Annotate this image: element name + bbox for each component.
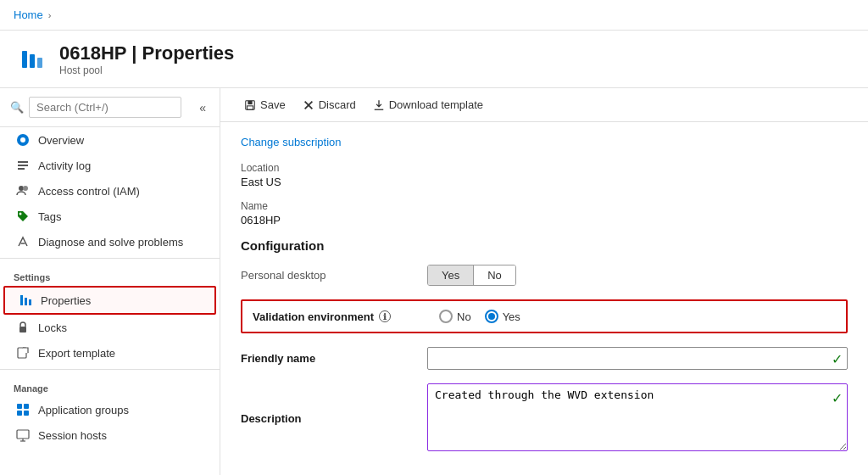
breadcrumb-home[interactable]: Home bbox=[14, 8, 43, 21]
change-subscription-link[interactable]: Change subscription bbox=[241, 136, 848, 148]
location-label: Location bbox=[241, 162, 848, 174]
sidebar-item-tags-label: Tags bbox=[38, 210, 61, 223]
svg-point-9 bbox=[23, 186, 28, 191]
personal-desktop-yes-btn[interactable]: Yes bbox=[428, 265, 473, 285]
svg-rect-20 bbox=[24, 404, 29, 409]
validation-no-radio[interactable] bbox=[439, 310, 453, 323]
validation-yes-option[interactable]: Yes bbox=[485, 310, 520, 323]
tags-icon bbox=[16, 210, 30, 223]
friendly-name-row: Friendly name ✓ bbox=[241, 347, 848, 370]
save-icon bbox=[244, 99, 256, 111]
properties-icon bbox=[19, 293, 32, 307]
download-template-label: Download template bbox=[389, 98, 483, 111]
toolbar: Save Discard Download template bbox=[220, 88, 868, 122]
sidebar-item-overview[interactable]: Overview bbox=[0, 127, 220, 153]
nav-divider-1 bbox=[0, 258, 220, 259]
svg-rect-6 bbox=[18, 165, 28, 166]
sidebar-item-session-hosts-label: Session hosts bbox=[38, 429, 107, 442]
sidebar-item-activity-log[interactable]: Activity log bbox=[0, 153, 220, 178]
nav-divider-2 bbox=[0, 369, 220, 370]
sidebar: 🔍 « Overview Activity log Access control… bbox=[0, 88, 220, 475]
save-label: Save bbox=[260, 98, 286, 111]
svg-point-4 bbox=[20, 137, 25, 142]
friendly-name-input[interactable] bbox=[427, 347, 848, 370]
search-bar: 🔍 « bbox=[0, 88, 220, 127]
sidebar-item-diagnose-label: Diagnose and solve problems bbox=[38, 236, 183, 249]
validation-no-label: No bbox=[457, 310, 471, 323]
search-input[interactable] bbox=[29, 97, 181, 118]
activity-log-icon bbox=[16, 159, 30, 172]
personal-desktop-control: Yes No bbox=[427, 265, 848, 286]
validation-radio-group: No Yes bbox=[439, 310, 520, 323]
validation-no-option[interactable]: No bbox=[439, 310, 471, 323]
sidebar-item-access-control[interactable]: Access control (IAM) bbox=[0, 178, 220, 204]
configuration-title: Configuration bbox=[241, 238, 848, 253]
validation-yes-radio[interactable] bbox=[485, 310, 498, 323]
svg-rect-1 bbox=[30, 54, 35, 68]
description-input[interactable] bbox=[427, 383, 848, 451]
download-icon bbox=[373, 99, 385, 111]
description-label: Description bbox=[241, 412, 427, 425]
download-template-button[interactable]: Download template bbox=[366, 95, 490, 115]
sidebar-item-locks[interactable]: Locks bbox=[0, 315, 220, 340]
collapse-button[interactable]: « bbox=[196, 99, 209, 116]
location-value: East US bbox=[241, 176, 848, 188]
friendly-name-wrapper: ✓ bbox=[427, 347, 848, 370]
session-hosts-icon bbox=[16, 428, 30, 442]
svg-point-10 bbox=[19, 213, 22, 215]
locks-icon bbox=[16, 321, 30, 334]
manage-section-label: Manage bbox=[0, 373, 220, 397]
svg-rect-28 bbox=[248, 105, 253, 109]
sidebar-item-application-groups-label: Application groups bbox=[38, 404, 129, 416]
header-text: 0618HP | Properties Host pool bbox=[59, 42, 234, 76]
search-icon: 🔍 bbox=[10, 101, 24, 114]
validation-yes-label: Yes bbox=[503, 310, 520, 323]
main-content: Save Discard Download template Change su… bbox=[220, 88, 868, 475]
description-row: Description ✓ bbox=[241, 383, 848, 454]
svg-rect-14 bbox=[29, 299, 31, 305]
personal-desktop-label: Personal desktop bbox=[241, 269, 427, 282]
svg-rect-22 bbox=[24, 411, 29, 416]
sidebar-item-access-control-label: Access control (IAM) bbox=[38, 185, 140, 198]
diagnose-icon bbox=[16, 235, 30, 249]
svg-rect-19 bbox=[17, 404, 22, 409]
svg-rect-12 bbox=[20, 295, 23, 305]
svg-rect-27 bbox=[248, 100, 252, 103]
application-groups-icon bbox=[16, 403, 30, 416]
sidebar-item-activity-log-label: Activity log bbox=[38, 159, 91, 172]
sidebar-item-properties[interactable]: Properties bbox=[3, 286, 216, 315]
page-header: 0618HP | Properties Host pool bbox=[0, 31, 868, 88]
svg-rect-2 bbox=[37, 58, 42, 68]
sidebar-item-tags[interactable]: Tags bbox=[0, 204, 220, 229]
validation-environment-label: Validation environment ℹ bbox=[253, 310, 439, 323]
personal-desktop-row: Personal desktop Yes No bbox=[241, 265, 848, 286]
sidebar-item-export-template[interactable]: Export template bbox=[0, 340, 220, 366]
sidebar-item-diagnose[interactable]: Diagnose and solve problems bbox=[0, 229, 220, 254]
discard-button[interactable]: Discard bbox=[296, 95, 363, 115]
content-area: Change subscription Location East US Nam… bbox=[220, 122, 868, 475]
svg-rect-21 bbox=[17, 411, 22, 416]
overview-icon bbox=[16, 133, 30, 147]
svg-rect-23 bbox=[17, 430, 29, 439]
save-button[interactable]: Save bbox=[237, 95, 292, 115]
name-value: 0618HP bbox=[241, 214, 848, 226]
validation-environment-row: Validation environment ℹ No Yes bbox=[241, 299, 848, 333]
svg-rect-5 bbox=[18, 161, 28, 163]
description-check-icon: ✓ bbox=[832, 390, 843, 406]
validation-environment-text: Validation environment bbox=[253, 310, 374, 323]
svg-rect-15 bbox=[19, 327, 26, 332]
sidebar-item-properties-label: Properties bbox=[41, 294, 91, 307]
resource-icon bbox=[17, 44, 47, 75]
friendly-name-check-icon: ✓ bbox=[832, 350, 843, 366]
personal-desktop-no-btn[interactable]: No bbox=[474, 265, 515, 285]
sidebar-item-session-hosts[interactable]: Session hosts bbox=[0, 422, 220, 448]
sidebar-item-application-groups[interactable]: Application groups bbox=[0, 397, 220, 422]
svg-rect-13 bbox=[25, 298, 27, 305]
svg-rect-7 bbox=[18, 168, 25, 170]
description-wrapper: ✓ bbox=[427, 383, 848, 454]
name-field: Name 0618HP bbox=[241, 200, 848, 226]
breadcrumb-bar: Home › bbox=[0, 0, 868, 31]
export-template-icon bbox=[16, 346, 30, 360]
page-subtitle: Host pool bbox=[59, 64, 234, 76]
validation-info-icon[interactable]: ℹ bbox=[379, 310, 391, 322]
